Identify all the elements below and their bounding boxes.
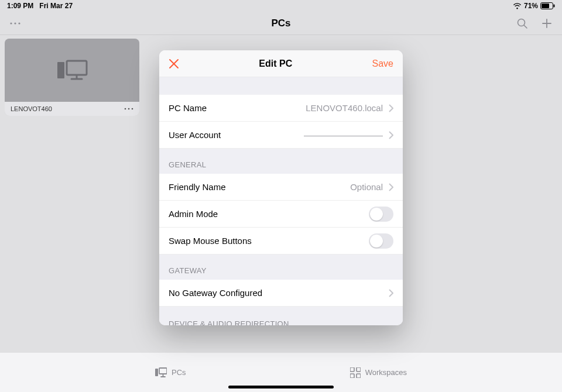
svg-rect-1 [542,4,549,8]
chevron-right-icon [389,289,393,297]
tab-pcs-label: PCs [172,368,186,377]
section-header-gateway: Gateway [159,255,403,280]
pc-card-preview [5,39,139,102]
section-header-general: General [159,149,403,174]
row-label: No Gateway Configured [169,288,262,298]
home-indicator[interactable] [228,386,334,388]
svg-point-4 [14,22,16,24]
pc-name-value: LENOVOT460.local [306,103,383,113]
svg-point-14 [125,108,126,110]
wifi-icon [513,3,522,9]
row-label: Swap Mouse Buttons [169,236,252,246]
svg-rect-11 [67,61,87,75]
sheet-body: PC Name LENOVOT460.local User Account ——… [159,77,403,325]
svg-rect-22 [357,367,361,372]
svg-point-3 [10,22,12,24]
add-icon[interactable] [541,18,553,29]
row-swap-mouse: Swap Mouse Buttons [159,228,403,255]
svg-rect-21 [350,367,354,372]
page-title: PCs [271,18,290,29]
svg-rect-10 [57,62,64,78]
row-admin-mode: Admin Mode [159,201,403,228]
sheet-title: Edit PC [259,59,292,69]
edit-pc-sheet: Edit PC Save PC Name LENOVOT460.local Us… [159,50,403,325]
row-user-account[interactable]: User Account ————————— [159,122,403,149]
pc-card-more-icon[interactable] [124,108,133,110]
section-header-redirection: Device & Audio Redirection [159,307,403,325]
row-friendly-name[interactable]: Friendly Name Optional [159,174,403,201]
pc-card-name: LENOVOT460 [11,105,52,112]
swap-mouse-toggle[interactable] [369,233,393,249]
svg-line-7 [524,25,527,28]
row-label: PC Name [169,103,207,113]
pc-card[interactable]: LENOVOT460 [5,39,139,116]
nav-bar: PCs [0,12,562,35]
status-time: 1:09 PM [7,2,33,10]
chevron-right-icon [389,131,393,139]
user-account-value: ————————— [304,130,383,140]
svg-point-15 [128,108,130,110]
battery-percentage: 71% [524,2,538,10]
chevron-right-icon [389,104,393,112]
close-icon [169,59,179,69]
row-label: Friendly Name [169,182,226,192]
tab-workspaces-label: Workspaces [365,368,407,377]
row-no-gateway[interactable]: No Gateway Configured [159,280,403,307]
pcs-tab-icon [155,367,167,378]
admin-mode-toggle[interactable] [369,207,393,222]
row-label: User Account [169,130,221,140]
row-pc-name[interactable]: PC Name LENOVOT460.local [159,95,403,122]
status-date: Fri Mar 27 [39,2,73,10]
svg-point-5 [18,22,20,24]
svg-rect-24 [357,374,361,378]
more-icon[interactable] [9,22,21,25]
battery-icon [540,2,555,9]
search-icon[interactable] [516,18,528,29]
save-button[interactable]: Save [372,59,393,69]
row-label: Admin Mode [169,209,218,219]
desktop-icon [56,59,88,82]
tab-workspaces[interactable]: Workspaces [350,367,407,378]
close-button[interactable] [169,59,179,69]
svg-rect-18 [159,368,167,374]
svg-rect-23 [350,374,354,378]
friendly-name-placeholder: Optional [350,182,383,192]
svg-point-16 [132,108,133,110]
chevron-right-icon [389,183,393,191]
svg-rect-2 [554,5,555,8]
sheet-header: Edit PC Save [159,50,403,77]
svg-rect-17 [155,369,158,376]
workspaces-tab-icon [350,367,361,378]
tab-pcs[interactable]: PCs [155,367,186,378]
tab-bar: PCs Workspaces [0,352,562,392]
status-bar: 1:09 PM Fri Mar 27 71% [0,0,562,12]
